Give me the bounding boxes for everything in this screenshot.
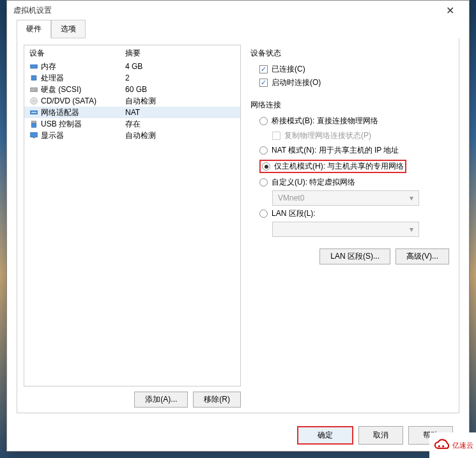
radio-icon: [259, 178, 268, 187]
checkbox-connect-on-start[interactable]: ✓ 启动时连接(O): [259, 77, 449, 88]
checkbox-label: 复制物理网络连接状态(P): [284, 130, 371, 141]
svg-rect-2: [33, 68, 33, 70]
lan-segments-button[interactable]: LAN 区段(S)...: [319, 248, 390, 264]
display-icon: [29, 131, 38, 140]
table-row[interactable]: 显示器 自动检测: [24, 130, 240, 141]
disk-icon: [29, 85, 38, 94]
col-device: 设备: [24, 48, 120, 59]
cell: CD/DVD (SATA): [41, 96, 96, 105]
cell: NAT: [125, 108, 140, 117]
svg-rect-18: [32, 121, 36, 124]
check-icon: [272, 132, 280, 140]
close-icon[interactable]: ✕: [437, 4, 463, 17]
usb-icon: [29, 119, 38, 128]
svg-rect-19: [32, 123, 36, 127]
bottom-bar: 确定 取消 帮助: [7, 420, 469, 451]
table-row[interactable]: 网络适配器 NAT: [24, 107, 240, 118]
cell: 60 GB: [125, 85, 147, 94]
svg-rect-10: [31, 88, 38, 91]
radio-label: 自定义(U): 特定虚拟网络: [272, 177, 355, 188]
svg-rect-5: [32, 76, 36, 80]
svg-rect-4: [36, 68, 37, 70]
table-row[interactable]: USB 控制器 存在: [24, 118, 240, 130]
cancel-button[interactable]: 取消: [358, 426, 403, 445]
svg-rect-16: [33, 112, 35, 113]
table-row[interactable]: CD/DVD (SATA) 自动检测: [24, 95, 240, 107]
svg-rect-15: [32, 112, 33, 113]
svg-rect-17: [35, 112, 36, 113]
table-row[interactable]: 硬盘 (SCSI) 60 GB: [24, 84, 240, 95]
window-title: 虚拟机设置: [13, 5, 437, 16]
watermark: 亿速云: [429, 432, 476, 458]
svg-rect-3: [35, 68, 35, 70]
cloud-logo-icon: [432, 435, 452, 455]
table-row[interactable]: 内存 4 GB: [24, 61, 240, 72]
cell: 网络适配器: [41, 107, 79, 118]
tab-options[interactable]: 选项: [51, 20, 86, 38]
hardware-table: 设备 摘要 内存 4 GB 处理器 2 硬盘 (SCSI) 60 GB CD/D…: [24, 45, 241, 386]
radio-custom[interactable]: 自定义(U): 特定虚拟网络: [259, 177, 449, 188]
checkbox-label: 已连接(C): [272, 64, 305, 75]
remove-button[interactable]: 移除(R): [193, 392, 241, 408]
cell: 显示器: [41, 130, 64, 141]
net-buttons: LAN 区段(S)... 高级(V)...: [250, 248, 449, 264]
radio-icon: [259, 210, 268, 218]
radio-label: 仅主机模式(H): 与主机共享的专用网络: [274, 161, 404, 172]
radio-label: LAN 区段(L):: [272, 208, 316, 219]
radio-bridged[interactable]: 桥接模式(B): 直接连接物理网络: [259, 116, 449, 126]
radio-icon: [259, 146, 268, 155]
svg-point-22: [438, 445, 440, 447]
watermark-text: 亿速云: [452, 441, 473, 450]
svg-rect-1: [31, 68, 32, 70]
check-icon: ✓: [259, 79, 268, 87]
cpu-icon: [29, 73, 38, 82]
cell: 自动检测: [125, 130, 156, 141]
memory-icon: [29, 62, 38, 71]
radio-icon: [259, 117, 268, 125]
svg-rect-20: [31, 133, 38, 137]
cell: 4 GB: [125, 62, 142, 71]
radio-nat[interactable]: NAT 模式(N): 用于共享主机的 IP 地址: [259, 145, 449, 156]
vmnet-select: VMnet0: [272, 190, 419, 206]
titlebar: 虚拟机设置 ✕: [7, 1, 469, 20]
lan-segment-select: [272, 222, 419, 237]
svg-rect-21: [33, 137, 35, 139]
cell: 硬盘 (SCSI): [41, 84, 81, 95]
svg-point-11: [35, 89, 36, 91]
select-value: VMnet0: [278, 194, 304, 202]
hardware-left-panel: 设备 摘要 内存 4 GB 处理器 2 硬盘 (SCSI) 60 GB CD/D…: [17, 45, 241, 413]
svg-rect-0: [31, 65, 38, 68]
checkbox-replicate: 复制物理网络连接状态(P): [259, 130, 449, 141]
radio-lan-segment[interactable]: LAN 区段(L):: [259, 208, 449, 219]
device-status-title: 设备状态: [250, 48, 449, 59]
cell: 内存: [41, 61, 56, 72]
tab-hardware[interactable]: 硬件: [17, 20, 51, 38]
cd-icon: [29, 96, 38, 105]
network-title: 网络连接: [250, 100, 449, 111]
checkbox-label: 启动时连接(O): [272, 77, 321, 88]
radio-label: 桥接模式(B): 直接连接物理网络: [272, 116, 378, 126]
advanced-button[interactable]: 高级(V)...: [395, 248, 449, 264]
svg-point-13: [33, 100, 35, 102]
vm-settings-window: 虚拟机设置 ✕ 硬件 选项 设备 摘要 内存 4 GB 处理器 2: [6, 0, 470, 452]
radio-icon: [262, 162, 270, 171]
svg-point-23: [442, 445, 444, 447]
network-icon: [29, 108, 38, 117]
cell: 自动检测: [125, 96, 156, 107]
cell: 存在: [125, 119, 141, 130]
cell: 处理器: [41, 73, 64, 84]
ok-button[interactable]: 确定: [297, 426, 353, 445]
cell: USB 控制器: [41, 119, 82, 130]
tab-content: 设备 摘要 内存 4 GB 处理器 2 硬盘 (SCSI) 60 GB CD/D…: [17, 38, 459, 413]
hardware-right-panel: 设备状态 ✓ 已连接(C) ✓ 启动时连接(O) 网络连接 桥接模式(B): 直…: [250, 45, 459, 413]
cell: 2: [125, 73, 130, 82]
tabs: 硬件 选项: [7, 20, 469, 38]
col-summary: 摘要: [120, 48, 240, 59]
hw-buttons: 添加(A)... 移除(R): [24, 386, 241, 413]
table-header: 设备 摘要: [24, 45, 240, 61]
radio-hostonly[interactable]: 仅主机模式(H): 与主机共享的专用网络: [259, 160, 406, 173]
table-row[interactable]: 处理器 2: [24, 72, 240, 84]
add-button[interactable]: 添加(A)...: [134, 392, 188, 408]
check-icon: ✓: [259, 65, 268, 73]
checkbox-connected[interactable]: ✓ 已连接(C): [259, 64, 449, 75]
